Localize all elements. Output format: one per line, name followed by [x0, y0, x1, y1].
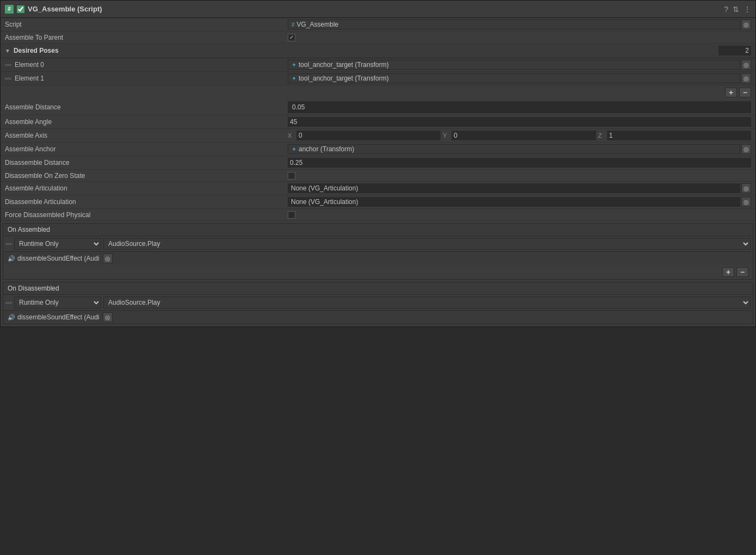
element-1-transform-icon: ✦ [292, 75, 296, 82]
on-assembled-audio-item: 🔊 dissembleSoundEffect (Audi ◎ [3, 252, 753, 265]
element-1-value: ✦ tool_anchor_target (Transform) ◎ [288, 73, 751, 83]
on-assembled-section: On Assembled Runtime Only Editor and Run… [3, 223, 753, 280]
y-axis-input[interactable] [451, 131, 596, 140]
desired-poses-count[interactable] [718, 46, 751, 55]
assemble-distance-row: Assemble Distance [1, 100, 755, 115]
disassemble-articulation-field[interactable]: None (VG_Articulation) [288, 197, 740, 207]
on-assembled-runtime-select[interactable]: Runtime Only Editor and Runtime Editor O… [14, 238, 101, 250]
disassemble-distance-value [288, 158, 751, 168]
assemble-axis-row: Assemble Axis X Y Z [1, 129, 755, 143]
on-assembled-drag[interactable] [5, 243, 12, 245]
settings-icon[interactable]: ⇅ [733, 5, 739, 14]
disassemble-distance-row: Disassemble Distance [1, 156, 755, 170]
element-1-transform-text: tool_anchor_target (Transform) [299, 75, 389, 82]
assemble-articulation-label: Assemble Articulation [5, 184, 288, 192]
assemble-distance-value [288, 101, 751, 113]
assemble-to-parent-value: ✓ [288, 34, 751, 41]
assemble-articulation-field[interactable]: None (VG_Articulation) [288, 183, 740, 193]
on-disassembled-header: On Disassembled [3, 282, 753, 295]
on-assembled-audio-text: dissembleSoundEffect (Audi [17, 255, 100, 262]
on-disassembled-audio-text: dissembleSoundEffect (Audi [17, 313, 100, 321]
on-disassembled-drag[interactable] [5, 302, 12, 304]
on-assembled-add-btn[interactable]: + [722, 267, 734, 277]
disassemble-zero-checkbox[interactable] [288, 172, 295, 180]
element-0-target-btn[interactable]: ◎ [741, 60, 751, 70]
on-disassembled-audio-icon: 🔊 [8, 314, 15, 321]
desired-poses-remove-btn[interactable]: − [739, 88, 751, 97]
assemble-anchor-row: Assemble Anchor ✦ anchor (Transform) ◎ [1, 143, 755, 156]
y-axis-label: Y [443, 132, 449, 139]
on-assembled-audio-target-btn[interactable]: ◎ [103, 254, 113, 263]
on-assembled-remove-btn[interactable]: − [736, 267, 748, 277]
disassemble-articulation-label: Disassemble Articulation [5, 198, 288, 206]
assemble-articulation-row: Assemble Articulation None (VG_Articulat… [1, 182, 755, 195]
z-axis-input[interactable] [607, 131, 751, 140]
assemble-distance-label: Assemble Distance [5, 103, 288, 111]
script-name: VG_Assemble [297, 21, 339, 28]
script-target-btn[interactable]: ◎ [741, 20, 751, 29]
assemble-to-parent-label: Assemble To Parent [5, 34, 288, 41]
on-assembled-header: On Assembled [3, 224, 753, 236]
element-0-transform-text: tool_anchor_target (Transform) [299, 61, 389, 69]
help-icon[interactable]: ? [724, 5, 728, 14]
on-disassembled-event-row: Runtime Only Editor and Runtime Editor O… [3, 295, 753, 311]
element-0-label: Element 0 [5, 61, 288, 69]
element-0-drag[interactable] [5, 64, 11, 66]
element-0-value: ✦ tool_anchor_target (Transform) ◎ [288, 60, 751, 70]
anchor-transform-text: anchor (Transform) [299, 145, 354, 153]
x-axis-input[interactable] [296, 131, 441, 140]
element-1-field[interactable]: ✦ tool_anchor_target (Transform) [288, 73, 740, 83]
on-assembled-function-select[interactable]: AudioSource.Play AudioSource.Pause Audio… [103, 238, 751, 250]
disassemble-distance-input[interactable] [288, 158, 751, 168]
assemble-articulation-target-btn[interactable]: ◎ [741, 183, 751, 193]
vg-assemble-panel: # VG_Assemble (Script) ? ⇅ ⋮ Script # VG… [0, 0, 756, 327]
element-0-row: Element 0 ✦ tool_anchor_target (Transfor… [1, 58, 755, 72]
disassemble-zero-row: Disassemble On Zero State [1, 170, 755, 182]
assemble-to-parent-row: Assemble To Parent ✓ [1, 32, 755, 44]
on-disassembled-audio-item: 🔊 dissembleSoundEffect (Audi ◎ [3, 311, 753, 324]
assemble-to-parent-checkbox[interactable]: ✓ [288, 34, 295, 41]
desired-poses-plus-minus: + − [1, 85, 755, 100]
element-1-label: Element 1 [5, 75, 288, 82]
element-1-row: Element 1 ✦ tool_anchor_target (Transfor… [1, 72, 755, 85]
desired-poses-header: ▼ Desired Poses [1, 44, 755, 58]
assemble-angle-label: Assemble Angle [5, 118, 288, 126]
anchor-transform-icon: ✦ [292, 146, 296, 153]
enabled-checkbox[interactable] [17, 5, 24, 13]
element-0-transform-icon: ✦ [292, 61, 296, 69]
on-disassembled-runtime-select[interactable]: Runtime Only Editor and Runtime Editor O… [14, 297, 101, 309]
z-axis-label: Z [598, 132, 605, 139]
script-field[interactable]: # VG_Assemble [288, 20, 740, 29]
anchor-target-btn[interactable]: ◎ [741, 144, 751, 154]
assemble-axis-value: X Y Z [288, 131, 751, 140]
force-disassembled-checkbox[interactable] [288, 211, 295, 219]
assemble-axis-label: Assemble Axis [5, 132, 288, 139]
assemble-anchor-label: Assemble Anchor [5, 145, 288, 153]
disassemble-distance-label: Disassemble Distance [5, 159, 288, 166]
assemble-angle-value [288, 117, 751, 127]
disassemble-articulation-target-btn[interactable]: ◎ [741, 197, 751, 207]
force-disassembled-label: Force Disassembled Physical [5, 211, 288, 219]
element-1-drag[interactable] [5, 78, 11, 79]
assemble-articulation-value: None (VG_Articulation) ◎ [288, 183, 751, 193]
on-disassembled-function-select[interactable]: AudioSource.Play AudioSource.Pause Audio… [103, 297, 751, 309]
force-disassembled-value [288, 211, 751, 219]
script-value: # VG_Assemble ◎ [288, 20, 751, 29]
assemble-distance-input[interactable] [290, 102, 749, 112]
on-disassembled-audio-target-btn[interactable]: ◎ [103, 312, 113, 322]
assemble-angle-input[interactable] [288, 117, 751, 127]
hashtag-icon: # [5, 5, 14, 14]
element-0-field[interactable]: ✦ tool_anchor_target (Transform) [288, 60, 740, 70]
desired-poses-label: Desired Poses [14, 47, 59, 54]
disassemble-zero-value [288, 172, 751, 180]
desired-poses-add-btn[interactable]: + [725, 88, 737, 97]
header-actions: ? ⇅ ⋮ [724, 5, 751, 14]
component-header: # VG_Assemble (Script) ? ⇅ ⋮ [1, 1, 755, 18]
desired-poses-triangle[interactable]: ▼ [5, 48, 10, 54]
assemble-anchor-field[interactable]: ✦ anchor (Transform) [288, 144, 740, 154]
element-1-target-btn[interactable]: ◎ [741, 73, 751, 83]
menu-icon[interactable]: ⋮ [743, 5, 751, 14]
assemble-anchor-value: ✦ anchor (Transform) ◎ [288, 144, 751, 154]
element-0-text: Element 0 [15, 61, 44, 69]
on-assembled-audio-icon: 🔊 [8, 255, 15, 262]
